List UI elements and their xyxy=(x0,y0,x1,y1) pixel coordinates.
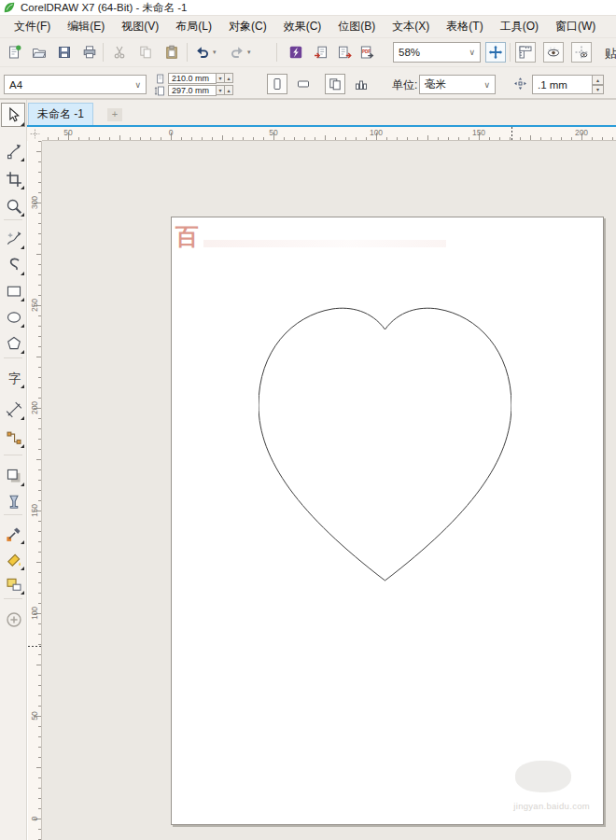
vertical-ruler[interactable]: 300250200150100500 xyxy=(28,141,42,840)
ruler-tick xyxy=(571,137,572,140)
publish-pdf-button[interactable]: PDF xyxy=(357,42,377,63)
toolbar-separator xyxy=(103,43,104,62)
menu-item-6[interactable]: 效果(C) xyxy=(275,16,330,37)
full-screen-preview-icon xyxy=(488,45,503,60)
document-tab[interactable]: 未命名 -1 xyxy=(28,103,93,125)
vruler-cursor-indicator xyxy=(28,646,42,647)
flyout-indicator xyxy=(21,385,24,388)
undo-button[interactable] xyxy=(192,42,213,63)
smart-drawing-tool-button[interactable] xyxy=(4,255,24,275)
rectangle-tool-button[interactable] xyxy=(4,281,24,301)
menu-item-4[interactable]: 布局(L) xyxy=(167,16,220,37)
export-button[interactable] xyxy=(334,42,355,63)
polygon-tool-button[interactable] xyxy=(4,333,24,354)
ruler-tick xyxy=(38,695,41,696)
nudge-distance-field[interactable]: .1 mm xyxy=(532,75,594,94)
horizontal-ruler[interactable]: 50050100150200 xyxy=(42,127,616,141)
page-preset-combo[interactable]: A4 ∨ xyxy=(4,75,147,94)
landscape-button[interactable] xyxy=(293,74,314,94)
color-eyedropper-tool-button[interactable] xyxy=(4,524,24,544)
copy-button[interactable] xyxy=(135,42,156,63)
menu-item-11[interactable]: 窗口(W) xyxy=(547,16,604,37)
menu-item-7[interactable]: 位图(B) xyxy=(329,16,384,37)
shape-tool-button[interactable] xyxy=(4,141,24,161)
ruler-tick xyxy=(38,726,41,727)
freehand-tool-button[interactable] xyxy=(4,229,24,249)
menu-item-5[interactable]: 对象(C) xyxy=(220,16,275,37)
print-button[interactable] xyxy=(79,42,100,63)
redo-button[interactable] xyxy=(227,42,247,63)
full-screen-preview-button[interactable] xyxy=(485,42,506,63)
page-height-spinner[interactable]: ▾▴ xyxy=(217,85,233,95)
new-tab-button[interactable]: + xyxy=(107,108,122,121)
ruler-tick xyxy=(48,137,49,140)
crop-tool-button[interactable] xyxy=(4,169,24,189)
flyout-indicator xyxy=(21,272,24,275)
dimension-tool-button[interactable] xyxy=(4,399,24,420)
portrait-button[interactable] xyxy=(267,74,287,94)
app-launcher-button[interactable] xyxy=(286,42,306,63)
interactive-fill-tool-button[interactable] xyxy=(4,574,24,595)
ruler-tick xyxy=(38,808,41,809)
redo-dropdown-arrow[interactable]: ▾ xyxy=(247,49,251,56)
paste-icon xyxy=(164,45,179,60)
ruler-tick xyxy=(38,326,41,327)
snap-to-button[interactable] xyxy=(571,42,592,63)
menu-item-8[interactable]: 文本(X) xyxy=(384,16,438,37)
nudge-spinner[interactable]: ▴▾ xyxy=(593,75,605,94)
ruler-tick xyxy=(427,135,428,140)
save-button[interactable] xyxy=(54,42,75,63)
zoom-level-combo[interactable]: 58%∨ xyxy=(393,42,481,63)
connector-tool-button[interactable] xyxy=(4,427,24,448)
text-tool-button[interactable]: 字 xyxy=(4,368,24,388)
page-width-field[interactable]: 210.0 mm xyxy=(168,73,217,84)
ruler-tick xyxy=(38,531,41,532)
ruler-tick xyxy=(38,706,41,707)
ruler-tick xyxy=(99,137,100,140)
ruler-origin[interactable] xyxy=(27,127,42,141)
units-value: 毫米 xyxy=(425,77,446,91)
flyout-indicator xyxy=(21,483,24,486)
flyout-indicator xyxy=(21,213,24,217)
open-folder-button[interactable] xyxy=(29,42,49,63)
zoom-tool-button[interactable] xyxy=(4,196,24,217)
ruler-tick xyxy=(561,137,562,140)
page-width-spinner[interactable]: ▾▴ xyxy=(217,73,233,83)
import-button[interactable] xyxy=(311,42,331,63)
undo-dropdown-arrow[interactable]: ▾ xyxy=(213,49,217,56)
all-pages-size-button[interactable] xyxy=(325,74,345,94)
page-width-icon xyxy=(154,73,166,85)
heart-shape[interactable] xyxy=(259,306,511,585)
ruler-tick xyxy=(38,829,41,830)
flyout-indicator xyxy=(21,540,24,544)
ellipse-tool-button[interactable] xyxy=(4,307,24,328)
ruler-tick xyxy=(38,644,41,645)
menu-item-10[interactable]: 工具(O) xyxy=(492,16,547,37)
menu-item-3[interactable]: 视图(V) xyxy=(113,16,167,37)
units-combo[interactable]: 毫米 ∨ xyxy=(419,75,496,94)
page-height-field[interactable]: 297.0 mm xyxy=(168,85,217,96)
new-document-button[interactable] xyxy=(4,42,24,63)
ruler-tick xyxy=(36,459,41,460)
paste-button[interactable] xyxy=(161,42,182,63)
transparency-tool-button[interactable] xyxy=(4,492,24,512)
toolbar-separator xyxy=(510,43,511,62)
drop-shadow-tool-button[interactable] xyxy=(4,466,24,486)
pick-tool-button[interactable] xyxy=(1,103,25,127)
snap-menu-button-partial[interactable]: 贴 xyxy=(605,46,616,63)
expand-toolbox-button[interactable] xyxy=(4,609,24,630)
smart-fill-tool-button[interactable] xyxy=(4,550,24,570)
current-page-size-button[interactable] xyxy=(351,74,371,94)
menu-item-9[interactable]: 表格(T) xyxy=(438,16,491,37)
menu-item-1[interactable]: 文件(F) xyxy=(6,16,59,37)
menu-item-2[interactable]: 编辑(E) xyxy=(59,16,113,37)
ruler-tick xyxy=(38,675,41,676)
flyout-indicator xyxy=(21,158,24,161)
cut-button[interactable] xyxy=(109,42,130,63)
ruler-tick xyxy=(315,137,315,140)
show-rulers-button[interactable] xyxy=(515,42,536,63)
ruler-tick xyxy=(530,135,531,140)
flyout-indicator xyxy=(21,298,24,301)
drawing-canvas[interactable]: 百 jingyan.baidu.com xyxy=(42,141,616,840)
show-grid-button[interactable] xyxy=(543,42,564,63)
